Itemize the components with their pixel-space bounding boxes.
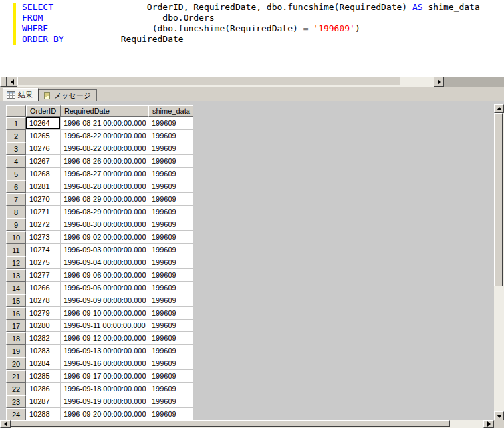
data-cell-orderid[interactable]: 10285 xyxy=(26,370,61,383)
row-number-cell[interactable]: 6 xyxy=(6,180,26,193)
data-cell-shime_data[interactable]: 199609 xyxy=(148,130,193,142)
data-cell-shime_data[interactable]: 199609 xyxy=(148,332,193,345)
data-cell-requireddate[interactable]: 1996-08-30 00:00:00.000 xyxy=(61,218,148,231)
row-number-cell[interactable]: 7 xyxy=(6,193,26,206)
data-cell-orderid[interactable]: 10278 xyxy=(26,294,61,307)
data-cell-requireddate[interactable]: 1996-09-17 00:00:00.000 xyxy=(61,370,148,383)
row-number-cell[interactable]: 16 xyxy=(6,307,26,320)
column-header-requireddate[interactable]: RequiredDate xyxy=(61,105,148,117)
results-hscroll-thumb[interactable] xyxy=(11,420,450,427)
data-cell-requireddate[interactable]: 1996-09-12 00:00:00.000 xyxy=(61,332,148,345)
row-number-cell[interactable]: 18 xyxy=(6,332,26,345)
data-cell-shime_data[interactable]: 199609 xyxy=(148,117,193,130)
data-cell-shime_data[interactable]: 199609 xyxy=(148,155,193,168)
row-number-cell[interactable]: 10 xyxy=(6,231,26,244)
row-number-cell[interactable]: 21 xyxy=(6,370,26,383)
data-cell-orderid[interactable]: 10275 xyxy=(26,256,61,269)
results-hscroll-track[interactable] xyxy=(11,420,483,428)
data-cell-requireddate[interactable]: 1996-09-18 00:00:00.000 xyxy=(61,383,148,395)
data-cell-shime_data[interactable]: 199609 xyxy=(148,269,193,282)
scroll-left-button[interactable] xyxy=(7,77,17,87)
scroll-right-button[interactable] xyxy=(434,77,444,87)
tab-results[interactable]: 結果 xyxy=(3,88,39,101)
data-cell-requireddate[interactable]: 1996-09-20 00:00:00.000 xyxy=(61,408,148,421)
data-cell-orderid[interactable]: 10282 xyxy=(26,332,61,345)
data-cell-requireddate[interactable]: 1996-08-22 00:00:00.000 xyxy=(61,142,148,155)
data-cell-orderid[interactable]: 10274 xyxy=(26,244,61,256)
results-scroll-right-button[interactable] xyxy=(483,420,494,428)
row-number-cell[interactable]: 22 xyxy=(6,383,26,395)
results-scroll-left-button[interactable] xyxy=(0,420,11,428)
data-cell-requireddate[interactable]: 1996-09-02 00:00:00.000 xyxy=(61,231,148,244)
data-cell-orderid[interactable]: 10288 xyxy=(26,408,61,421)
row-number-cell[interactable]: 2 xyxy=(6,130,26,142)
splitter-handle[interactable] xyxy=(0,77,7,87)
data-cell-requireddate[interactable]: 1996-09-16 00:00:00.000 xyxy=(61,357,148,370)
results-vscroll-track[interactable] xyxy=(494,113,504,411)
data-cell-requireddate[interactable]: 1996-09-11 00:00:00.000 xyxy=(61,320,148,332)
data-cell-shime_data[interactable]: 199609 xyxy=(148,320,193,332)
data-cell-requireddate[interactable]: 1996-08-27 00:00:00.000 xyxy=(61,168,148,180)
data-cell-orderid[interactable]: 10265 xyxy=(26,130,61,142)
column-header-shime-data[interactable]: shime_data xyxy=(148,105,193,117)
data-cell-orderid[interactable]: 10283 xyxy=(26,345,61,357)
data-cell-requireddate[interactable]: 1996-09-13 00:00:00.000 xyxy=(61,345,148,357)
results-hscrollbar[interactable] xyxy=(0,420,494,428)
data-cell-orderid[interactable]: 10277 xyxy=(26,269,61,282)
results-vscroll-thumb[interactable] xyxy=(494,113,503,286)
data-cell-requireddate[interactable]: 1996-08-21 00:00:00.000 xyxy=(61,117,148,130)
row-number-cell[interactable]: 23 xyxy=(6,395,26,408)
column-header-orderid[interactable]: OrderID xyxy=(26,105,61,117)
scroll-up-button[interactable] xyxy=(494,104,504,113)
data-cell-shime_data[interactable]: 199609 xyxy=(148,345,193,357)
data-cell-requireddate[interactable]: 1996-09-04 00:00:00.000 xyxy=(61,256,148,269)
data-cell-orderid[interactable]: 10284 xyxy=(26,357,61,370)
data-cell-orderid[interactable]: 10272 xyxy=(26,218,61,231)
data-cell-orderid[interactable]: 10287 xyxy=(26,395,61,408)
data-cell-shime_data[interactable]: 199609 xyxy=(148,408,193,421)
data-cell-requireddate[interactable]: 1996-08-22 00:00:00.000 xyxy=(61,130,148,142)
data-cell-shime_data[interactable]: 199609 xyxy=(148,256,193,269)
data-cell-orderid[interactable]: 10268 xyxy=(26,168,61,180)
data-cell-orderid[interactable]: 10276 xyxy=(26,142,61,155)
data-cell-orderid[interactable]: 10264 xyxy=(26,117,61,130)
row-number-cell[interactable]: 11 xyxy=(6,244,26,256)
row-number-cell[interactable]: 24 xyxy=(6,408,26,421)
data-cell-requireddate[interactable]: 1996-09-09 00:00:00.000 xyxy=(61,294,148,307)
row-number-cell[interactable]: 8 xyxy=(6,206,26,218)
row-number-cell[interactable]: 5 xyxy=(6,168,26,180)
data-cell-shime_data[interactable]: 199609 xyxy=(148,193,193,206)
row-number-cell[interactable]: 9 xyxy=(6,218,26,231)
data-cell-requireddate[interactable]: 1996-09-06 00:00:00.000 xyxy=(61,282,148,294)
data-cell-shime_data[interactable]: 199609 xyxy=(148,395,193,408)
row-number-cell[interactable]: 1 xyxy=(6,117,26,130)
data-cell-orderid[interactable]: 10267 xyxy=(26,155,61,168)
data-cell-orderid[interactable]: 10273 xyxy=(26,231,61,244)
editor-hscroll-track[interactable] xyxy=(17,77,434,87)
data-cell-shime_data[interactable]: 199609 xyxy=(148,244,193,256)
results-vscrollbar[interactable] xyxy=(494,104,504,421)
editor-hscrollbar[interactable] xyxy=(0,77,504,87)
row-number-cell[interactable]: 3 xyxy=(6,142,26,155)
data-cell-shime_data[interactable]: 199609 xyxy=(148,294,193,307)
data-cell-requireddate[interactable]: 1996-08-29 00:00:00.000 xyxy=(61,193,148,206)
tab-messages[interactable]: メッセージ xyxy=(39,89,97,101)
row-number-cell[interactable]: 15 xyxy=(6,294,26,307)
row-number-cell[interactable]: 17 xyxy=(6,320,26,332)
data-cell-shime_data[interactable]: 199609 xyxy=(148,180,193,193)
corner-header-cell[interactable] xyxy=(6,105,26,117)
data-cell-requireddate[interactable]: 1996-08-29 00:00:00.000 xyxy=(61,206,148,218)
data-cell-requireddate[interactable]: 1996-08-28 00:00:00.000 xyxy=(61,180,148,193)
data-cell-shime_data[interactable]: 199609 xyxy=(148,168,193,180)
row-number-cell[interactable]: 20 xyxy=(6,357,26,370)
data-cell-orderid[interactable]: 10266 xyxy=(26,282,61,294)
row-number-cell[interactable]: 12 xyxy=(6,256,26,269)
row-number-cell[interactable]: 4 xyxy=(6,155,26,168)
editor-hscroll-thumb[interactable] xyxy=(17,77,400,85)
data-cell-shime_data[interactable]: 199609 xyxy=(148,383,193,395)
data-cell-orderid[interactable]: 10280 xyxy=(26,320,61,332)
data-cell-requireddate[interactable]: 1996-09-06 00:00:00.000 xyxy=(61,269,148,282)
data-cell-orderid[interactable]: 10270 xyxy=(26,193,61,206)
data-cell-shime_data[interactable]: 199609 xyxy=(148,206,193,218)
data-cell-shime_data[interactable]: 199609 xyxy=(148,231,193,244)
